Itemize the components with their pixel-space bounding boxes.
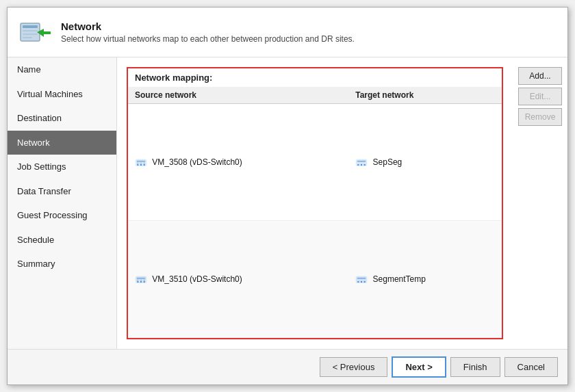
sidebar: Name Virtual Machines Destination Networ…	[8, 57, 117, 349]
source-network-1: VM_3508 (vDS-Switch0)	[128, 104, 348, 221]
sidebar-item-name[interactable]: Name	[8, 57, 116, 82]
header-text: Network Select how virtual networks map …	[61, 21, 355, 44]
header-subtitle: Select how virtual networks map to each …	[61, 34, 355, 44]
svg-rect-20	[137, 278, 145, 279]
finish-button[interactable]: Finish	[450, 357, 500, 377]
sidebar-item-job-settings[interactable]: Job Settings	[8, 155, 116, 179]
cancel-button[interactable]: Cancel	[504, 357, 558, 377]
table-row[interactable]: VM_3508 (vDS-Switch0) Sep	[128, 104, 502, 221]
col-target: Target network	[348, 87, 502, 104]
table-row[interactable]: VM_3510 (vDS-Switch0) Seg	[128, 221, 502, 338]
network-wizard-icon	[19, 16, 51, 48]
svg-rect-7	[137, 161, 145, 162]
header-icon	[18, 16, 51, 49]
network-icon-2	[135, 274, 147, 284]
svg-point-31	[364, 281, 366, 283]
svg-point-9	[140, 164, 142, 166]
dialog-footer: < Previous Next > Finish Cancel	[8, 349, 567, 384]
section-title: Network mapping:	[128, 68, 502, 87]
svg-rect-28	[357, 278, 366, 279]
network-icon-1	[135, 157, 147, 167]
remove-button[interactable]: Remove	[518, 108, 562, 126]
svg-point-10	[144, 164, 145, 166]
svg-rect-2	[23, 30, 38, 31]
svg-rect-1	[23, 25, 38, 28]
sidebar-item-virtual-machines[interactable]: Virtual Machines	[8, 82, 116, 107]
svg-point-22	[140, 281, 142, 283]
svg-point-30	[361, 281, 362, 283]
sidebar-item-network[interactable]: Network	[8, 131, 116, 155]
sidebar-item-summary[interactable]: Summary	[8, 252, 116, 276]
sidebar-item-destination[interactable]: Destination	[8, 106, 116, 131]
header-title: Network	[61, 21, 355, 32]
mapping-table: Source network Target network	[128, 87, 502, 338]
next-button[interactable]: Next >	[392, 356, 446, 378]
target-network-2: SegmentTemp	[348, 221, 502, 338]
target-network-1: SepSeg	[348, 104, 502, 221]
svg-rect-4	[23, 37, 32, 38]
dialog-body: Name Virtual Machines Destination Networ…	[8, 57, 567, 349]
network-icon-3	[355, 157, 368, 167]
sidebar-item-schedule[interactable]: Schedule	[8, 228, 116, 252]
edit-button[interactable]: Edit...	[518, 88, 562, 105]
svg-point-17	[361, 164, 362, 166]
dialog-header: Network Select how virtual networks map …	[8, 8, 567, 57]
svg-rect-15	[357, 161, 366, 162]
svg-point-29	[357, 281, 359, 283]
add-button[interactable]: Add...	[518, 67, 562, 85]
svg-point-8	[137, 164, 138, 166]
svg-point-21	[137, 281, 138, 283]
col-source: Source network	[128, 87, 348, 104]
svg-point-23	[144, 281, 145, 283]
network-icon-4	[355, 274, 368, 284]
source-network-2: VM_3510 (vDS-Switch0)	[128, 221, 348, 338]
svg-rect-3	[23, 34, 38, 35]
sidebar-item-guest-processing[interactable]: Guest Processing	[8, 203, 116, 228]
main-content: Network mapping: Source network Target n…	[117, 57, 513, 349]
sidebar-item-data-transfer[interactable]: Data Transfer	[8, 179, 116, 204]
dialog-window: Network Select how virtual networks map …	[7, 7, 568, 385]
previous-button[interactable]: < Previous	[320, 357, 388, 377]
network-mapping-section: Network mapping: Source network Target n…	[127, 67, 503, 339]
svg-point-16	[357, 164, 359, 166]
side-buttons-panel: Add... Edit... Remove	[513, 57, 567, 349]
svg-point-18	[364, 164, 366, 166]
